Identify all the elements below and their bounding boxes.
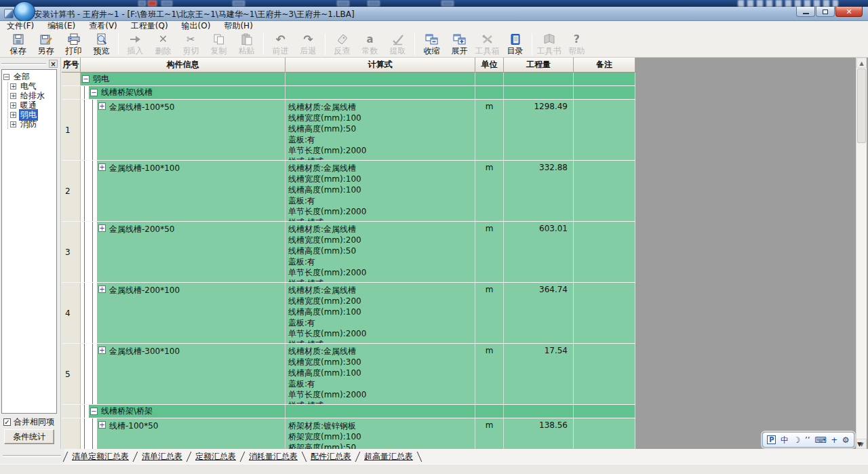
sheet-tab-配件汇总表[interactable]: 配件汇总表 [305, 451, 357, 462]
calculation-cell [285, 405, 475, 418]
group-row[interactable]: −线槽桥架\线槽 [62, 86, 635, 100]
window-title: 鲁班安装计算书 - 王府井~1 - [F:\鲁班工~1\北京王~1\马建华~1\… [18, 9, 355, 20]
item-row[interactable]: +线槽-100*50桥架材质:镀锌钢板桥架宽度(mm):100桥架高度(mm):… [62, 418, 635, 449]
toolbar-button-collapse[interactable]: 收缩 [418, 31, 446, 57]
scrollbar-thumb[interactable] [857, 68, 866, 143]
item-row[interactable]: 2+金属线槽-100*100线槽材质:金属线槽线槽宽度(mm):100线槽高度(… [62, 161, 635, 222]
minimize-button[interactable] [796, 7, 815, 17]
menu-item[interactable]: 编辑(E) [41, 21, 82, 31]
expand-box-icon[interactable]: + [10, 112, 16, 118]
sheet-tab-清单定额汇总表[interactable]: 清单定额汇总表 [66, 451, 134, 462]
toolbar-button-toc[interactable]: 目录 [501, 31, 529, 57]
column-header-备注[interactable]: 备注 [574, 58, 635, 73]
condition-stats-button[interactable]: 条件统计 [4, 429, 54, 444]
item-row[interactable]: 4+金属线槽-200*100线槽材质:金属线槽线槽宽度(mm):200线槽高度(… [62, 283, 635, 344]
item-row[interactable]: 3+金属线槽-200*50线槽材质:金属线槽线槽宽度(mm):200线槽高度(m… [62, 222, 635, 283]
column-header-计算式[interactable]: 计算式 [285, 58, 475, 73]
quantity-cell: 1298.49 [504, 100, 574, 160]
sheet-tab-清单汇总表[interactable]: 清单汇总表 [136, 451, 188, 462]
menu-item[interactable]: 查看(V) [82, 21, 124, 31]
quantity-cell: 364.74 [504, 283, 574, 343]
soft-keyboard-icon[interactable]: ⌨ [814, 436, 826, 444]
punctuation-icon[interactable]: ’’ [805, 436, 810, 444]
sheet-tab-定额汇总表[interactable]: 定额汇总表 [190, 451, 241, 462]
settings-wrench-icon[interactable]: ⚙ [842, 436, 850, 444]
collapse-box-icon[interactable]: − [90, 89, 98, 96]
toolbar: 保存另存打印预览插入✕删除✂剪切复制粘贴↶前进↷后退反查a常数提取收缩展开工具箱… [0, 31, 868, 58]
toolbar-button-label: 插入 [127, 46, 144, 56]
cut-icon: ✂ [186, 33, 195, 46]
menu-item[interactable]: 文件(F) [0, 21, 41, 31]
splitter-groove[interactable] [3, 455, 61, 457]
expand-box-icon[interactable]: + [98, 102, 106, 110]
toolbar-separator [532, 33, 532, 55]
column-header-单位[interactable]: 单位 [475, 58, 504, 73]
expand-box-icon[interactable]: + [98, 347, 106, 354]
calculation-cell: 线槽材质:金属线槽线槽宽度(mm):200线槽高度(mm):50盖板:有单节长度… [285, 222, 475, 282]
merge-same-items-checkbox[interactable]: ✓ [3, 418, 11, 426]
toolbar-button-lookup: 反查 [328, 31, 356, 57]
column-header-工程量[interactable]: 工程量 [504, 58, 574, 73]
scroll-up-icon[interactable]: ▲ [856, 58, 867, 68]
expand-box-icon[interactable]: + [10, 83, 16, 90]
panel-close-icon[interactable]: × [49, 60, 58, 68]
collapse-box-icon[interactable]: − [90, 408, 98, 415]
expand-box-icon[interactable]: + [98, 224, 106, 232]
component-info-cell: +金属线槽-200*50 [81, 222, 285, 282]
toolbar-button-label: 工具书 [537, 46, 561, 56]
blurred-box [233, 1, 245, 6]
remark-cell [574, 405, 635, 418]
remark-cell [574, 222, 635, 282]
forward-icon: ↶ [275, 33, 285, 46]
expand-box-icon[interactable]: + [98, 421, 106, 429]
toolbar-button-save[interactable]: 保存 [4, 31, 32, 57]
toolbar-button-label: 后退 [300, 46, 317, 56]
expand-box-icon[interactable]: + [98, 163, 106, 171]
toolbar-button-label: 预览 [94, 46, 110, 56]
collapse-box-icon[interactable]: − [82, 75, 90, 83]
toolbar-button-print[interactable]: 打印 [60, 31, 87, 57]
tree-indent-gutter [81, 283, 97, 343]
column-header-构件信息[interactable]: 构件信息 [81, 58, 285, 73]
component-info-cell: +金属线槽-300*100 [81, 344, 285, 404]
group-label: 弱电 [93, 73, 109, 85]
group-row[interactable]: −线槽桥架\桥架 [62, 405, 635, 418]
restore-button[interactable] [816, 7, 835, 17]
toolbar-button-help: ?帮助 [563, 31, 591, 57]
ime-logo-icon[interactable]: P [767, 435, 776, 444]
column-header-序号[interactable]: 序号 [62, 58, 81, 73]
toolbar-button-expand[interactable]: 展开 [446, 31, 473, 57]
item-row[interactable]: 1+金属线槽-100*50线槽材质:金属线槽线槽宽度(mm):100线槽高度(m… [62, 100, 635, 161]
ime-options-caret-icon[interactable]: ▼ [857, 441, 862, 448]
menu-item[interactable]: 帮助(H) [217, 21, 259, 31]
vertical-scrollbar[interactable]: ▲ ▼ [856, 58, 867, 449]
close-button[interactable]: ✕ [835, 7, 863, 17]
component-info-cell: +线槽-100*50 [81, 418, 285, 449]
menu-item[interactable]: 输出(O) [175, 21, 218, 31]
collapse-box-icon[interactable]: − [3, 74, 9, 80]
sheet-tab-超高量汇总表[interactable]: 超高量汇总表 [359, 451, 418, 462]
expand-box-icon[interactable]: + [98, 285, 106, 293]
toolbar-button-insert: 插入 [121, 31, 149, 57]
expand-box-icon[interactable]: + [10, 93, 16, 99]
tree-item-消防[interactable]: +消防 [10, 120, 55, 129]
item-row[interactable]: 5+金属线槽-300*100线槽材质:金属线槽线槽宽度(mm):300线槽高度(… [62, 344, 635, 405]
ime-menu-icon[interactable]: + [831, 436, 837, 444]
half-full-width-icon[interactable]: ☽ [793, 436, 801, 444]
chinese-mode-icon[interactable]: 中 [781, 436, 789, 444]
windows-orb-icon [14, 1, 35, 22]
panel-grip[interactable] [1, 63, 46, 65]
status-bar [0, 464, 868, 474]
remark-cell [574, 86, 635, 99]
expand-box-icon[interactable]: + [10, 102, 16, 108]
tree-item-label[interactable]: 消防 [19, 119, 38, 130]
row-index-cell: 3 [62, 222, 81, 282]
expand-box-icon[interactable]: + [10, 121, 16, 127]
group-row[interactable]: −弱电 [62, 73, 635, 86]
toolbar-button-label: 提取 [390, 46, 406, 56]
sheet-tab-消耗量汇总表[interactable]: 消耗量汇总表 [243, 451, 303, 462]
toolbar-button-print-preview[interactable]: 预览 [87, 31, 115, 57]
menu-item[interactable]: 工程量(Q) [124, 21, 175, 31]
paste-icon [240, 33, 254, 46]
toolbar-button-save-as[interactable]: 另存 [32, 31, 60, 57]
